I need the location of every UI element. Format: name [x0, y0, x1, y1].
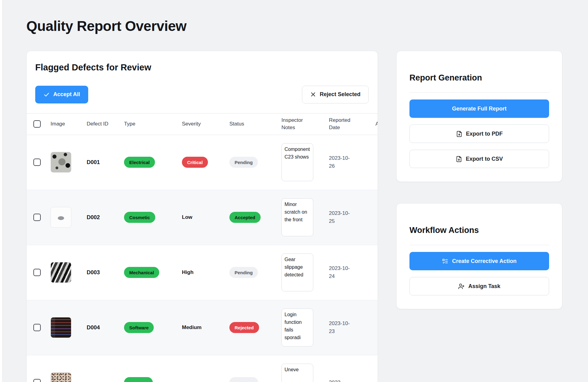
- create-corrective-action-button[interactable]: Create Corrective Action: [409, 252, 549, 270]
- row-checkbox[interactable]: [33, 379, 41, 382]
- checklist-icon: [442, 258, 448, 264]
- column-header-actions: Actions: [375, 120, 378, 128]
- inspector-notes-field[interactable]: Component C23 shows: [281, 143, 313, 181]
- check-icon: [43, 92, 50, 98]
- reject-selected-button[interactable]: Reject Selected: [302, 86, 369, 103]
- assign-task-label: Assign Task: [468, 283, 500, 290]
- defect-severity: Low: [182, 214, 192, 220]
- reported-date: 2023-10-24: [329, 264, 353, 281]
- defect-thumbnail: [51, 372, 71, 382]
- reject-selected-label: Reject Selected: [320, 91, 360, 98]
- reported-date: 2023-: [329, 379, 353, 382]
- window-edge: [0, 0, 3, 382]
- defect-type-badge: Electrical: [124, 157, 155, 168]
- accept-all-label: Accept All: [53, 91, 80, 98]
- panel-divider: [409, 245, 549, 245]
- column-header-defect-id: Defect ID: [87, 120, 108, 128]
- table-row: D004 Software Medium Rejected Login func…: [27, 300, 378, 355]
- table-row: D003 Mechanical High Pending Gear slippa…: [27, 245, 378, 300]
- defect-severity: High: [182, 269, 194, 275]
- create-corrective-action-label: Create Corrective Action: [452, 258, 516, 264]
- defect-status-badge: [229, 377, 258, 382]
- defects-table: Image Defect ID Type Severity Status Ins…: [27, 113, 378, 382]
- report-generation-title: Report Generation: [409, 73, 549, 83]
- workflow-actions-panel: Workflow Actions Create Corrective Actio…: [396, 203, 562, 309]
- defect-id: D002: [87, 214, 100, 221]
- x-icon: [310, 92, 316, 97]
- table-row: Uneve 2023-: [27, 355, 378, 382]
- row-checkbox[interactable]: [33, 269, 41, 276]
- select-all-checkbox[interactable]: [33, 120, 41, 128]
- defect-thumbnail: [51, 207, 71, 228]
- defect-thumbnail: [51, 317, 71, 338]
- defects-toolbar: Accept All Reject Selected: [27, 86, 378, 103]
- assign-task-button[interactable]: Assign Task: [409, 277, 549, 295]
- defect-id: D001: [87, 159, 100, 166]
- defects-table-header: Image Defect ID Type Severity Status Ins…: [27, 114, 378, 135]
- table-row: D001 Electrical Critical Pending Compone…: [27, 135, 378, 190]
- column-header-image: Image: [51, 120, 65, 128]
- inspector-notes-field[interactable]: Gear slippage detected: [281, 253, 313, 291]
- generate-full-report-button[interactable]: Generate Full Report: [409, 99, 549, 118]
- reported-date: 2023-10-26: [329, 154, 353, 170]
- defects-table-body: D001 Electrical Critical Pending Compone…: [27, 135, 378, 382]
- defect-status-badge: Pending: [229, 267, 258, 278]
- workflow-actions-title: Workflow Actions: [409, 226, 549, 235]
- row-checkbox[interactable]: [33, 214, 41, 221]
- column-header-type: Type: [124, 120, 135, 128]
- column-header-reported-date: Reported Date: [329, 117, 358, 132]
- defect-severity: Medium: [182, 324, 202, 331]
- reported-date: 2023-10-25: [329, 209, 353, 226]
- row-checkbox[interactable]: [33, 324, 41, 331]
- defect-id: D003: [87, 269, 100, 276]
- defect-type-badge: [124, 377, 153, 382]
- inspector-notes-field[interactable]: Uneve: [281, 364, 313, 382]
- export-pdf-label: Export to PDF: [466, 131, 503, 137]
- defects-panel-title: Flagged Defects for Review: [27, 62, 378, 73]
- defect-id: D004: [87, 324, 100, 331]
- file-download-icon: [456, 131, 462, 137]
- report-generation-panel: Report Generation Generate Full Report E…: [396, 51, 562, 182]
- export-csv-button[interactable]: Export to CSV: [409, 150, 549, 168]
- flagged-defects-panel: Flagged Defects for Review Accept All Re…: [26, 51, 378, 382]
- defect-status-badge: Accepted: [229, 212, 261, 223]
- defect-type-badge: Mechanical: [124, 267, 159, 278]
- column-header-inspector-notes: Inspector Notes: [281, 117, 311, 132]
- side-panels: Report Generation Generate Full Report E…: [396, 51, 562, 309]
- export-csv-label: Export to CSV: [466, 156, 503, 162]
- panel-divider: [409, 92, 549, 93]
- generate-full-report-label: Generate Full Report: [452, 106, 507, 112]
- column-header-severity: Severity: [182, 120, 201, 128]
- export-pdf-button[interactable]: Export to PDF: [409, 125, 549, 143]
- defect-status-badge: Pending: [229, 157, 258, 168]
- row-checkbox[interactable]: [33, 159, 41, 166]
- defect-thumbnail: [51, 152, 71, 173]
- quality-report-page: Quality Report Overview Flagged Defects …: [0, 0, 588, 382]
- column-header-status: Status: [229, 120, 244, 128]
- inspector-notes-field[interactable]: Login function fails sporadi: [281, 309, 313, 346]
- file-download-icon: [456, 156, 462, 162]
- defect-status-badge: Rejected: [229, 322, 259, 333]
- defect-thumbnail: [51, 262, 71, 283]
- defect-severity: Critical: [182, 157, 208, 168]
- accept-all-button[interactable]: Accept All: [35, 86, 88, 103]
- reported-date: 2023-10-23: [329, 320, 353, 336]
- page-title: Quality Report Overview: [26, 18, 562, 34]
- defect-type-badge: Software: [124, 322, 154, 333]
- person-plus-icon: [458, 283, 465, 290]
- table-row: D002 Cosmetic Low Accepted Minor scratch…: [27, 190, 378, 245]
- defect-type-badge: Cosmetic: [124, 212, 155, 223]
- inspector-notes-field[interactable]: Minor scratch on the front: [281, 198, 313, 236]
